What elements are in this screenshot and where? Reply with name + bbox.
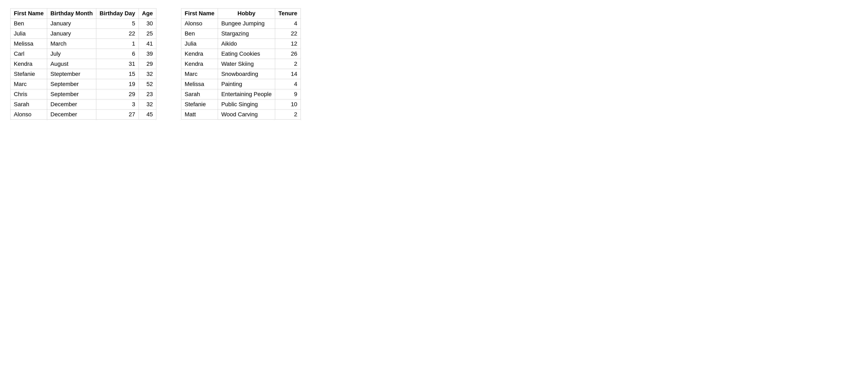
page-container: First Name Birthday Month Birthday Day A…: [10, 8, 858, 120]
col-birthday-month: Birthday Month: [47, 8, 96, 19]
col-first-name: First Name: [10, 8, 47, 19]
table-row: Alonso Bungee Jumping 4: [181, 19, 301, 29]
cell2-hobby: Eating Cookies: [218, 49, 275, 59]
cell2-first-name: Alonso: [181, 19, 218, 29]
table-row: Sarah December 3 32: [10, 99, 156, 110]
cell-birthday-month: January: [47, 29, 96, 39]
cell-first-name: Melissa: [10, 39, 47, 49]
col2-tenure: Tenure: [275, 8, 301, 19]
cell2-first-name: Kendra: [181, 59, 218, 69]
cell-birthday-month: March: [47, 39, 96, 49]
cell-age: 29: [138, 59, 156, 69]
table-row: Julia January 22 25: [10, 29, 156, 39]
cell2-first-name: Matt: [181, 110, 218, 120]
cell2-hobby: Entertaining People: [218, 89, 275, 99]
cell-birthday-month: September: [47, 89, 96, 99]
table-row: Sarah Entertaining People 9: [181, 89, 301, 99]
table-row: Stefanie Public Singing 10: [181, 99, 301, 110]
table-row: Kendra Water Skiing 2: [181, 59, 301, 69]
table-row: Carl July 6 39: [10, 49, 156, 59]
cell-birthday-day: 29: [96, 89, 139, 99]
cell2-hobby: Aikido: [218, 39, 275, 49]
cell-birthday-month: July: [47, 49, 96, 59]
cell-age: 25: [138, 29, 156, 39]
cell2-hobby: Water Skiing: [218, 59, 275, 69]
col-birthday-day: Birthday Day: [96, 8, 139, 19]
cell2-tenure: 2: [275, 59, 301, 69]
cell-birthday-month: December: [47, 110, 96, 120]
cell2-tenure: 4: [275, 19, 301, 29]
cell-age: 41: [138, 39, 156, 49]
cell2-hobby: Painting: [218, 79, 275, 89]
cell2-tenure: 2: [275, 110, 301, 120]
table-row: Marc Snowboarding 14: [181, 69, 301, 79]
cell2-first-name: Sarah: [181, 89, 218, 99]
cell2-hobby: Snowboarding: [218, 69, 275, 79]
table-row: Matt Wood Carving 2: [181, 110, 301, 120]
cell2-hobby: Stargazing: [218, 29, 275, 39]
cell-birthday-day: 5: [96, 19, 139, 29]
cell-age: 32: [138, 69, 156, 79]
cell-first-name: Marc: [10, 79, 47, 89]
cell2-hobby: Public Singing: [218, 99, 275, 110]
cell2-first-name: Julia: [181, 39, 218, 49]
cell-first-name: Alonso: [10, 110, 47, 120]
cell2-first-name: Melissa: [181, 79, 218, 89]
cell2-tenure: 10: [275, 99, 301, 110]
table-row: Julia Aikido 12: [181, 39, 301, 49]
cell-age: 39: [138, 49, 156, 59]
cell-birthday-month: December: [47, 99, 96, 110]
cell-first-name: Chris: [10, 89, 47, 99]
cell-first-name: Sarah: [10, 99, 47, 110]
cell-birthday-day: 22: [96, 29, 139, 39]
table-row: Stefanie Steptember 15 32: [10, 69, 156, 79]
table-row: Marc September 19 52: [10, 79, 156, 89]
col2-first-name: First Name: [181, 8, 218, 19]
cell2-first-name: Ben: [181, 29, 218, 39]
cell-age: 32: [138, 99, 156, 110]
table-row: Melissa Painting 4: [181, 79, 301, 89]
cell-birthday-day: 1: [96, 39, 139, 49]
col2-hobby: Hobby: [218, 8, 275, 19]
cell2-tenure: 22: [275, 29, 301, 39]
cell-birthday-month: January: [47, 19, 96, 29]
table-row: Kendra August 31 29: [10, 59, 156, 69]
cell2-tenure: 12: [275, 39, 301, 49]
hobby-table: First Name Hobby Tenure Alonso Bungee Ju…: [181, 8, 301, 120]
cell-first-name: Ben: [10, 19, 47, 29]
cell-age: 45: [138, 110, 156, 120]
table1-wrapper: First Name Birthday Month Birthday Day A…: [10, 8, 156, 120]
cell2-tenure: 4: [275, 79, 301, 89]
table-row: Ben Stargazing 22: [181, 29, 301, 39]
cell-birthday-month: August: [47, 59, 96, 69]
cell-first-name: Kendra: [10, 59, 47, 69]
cell2-hobby: Bungee Jumping: [218, 19, 275, 29]
cell-birthday-day: 27: [96, 110, 139, 120]
cell-birthday-day: 31: [96, 59, 139, 69]
cell-first-name: Carl: [10, 49, 47, 59]
cell2-tenure: 14: [275, 69, 301, 79]
cell2-first-name: Kendra: [181, 49, 218, 59]
table-row: Melissa March 1 41: [10, 39, 156, 49]
table-row: Alonso December 27 45: [10, 110, 156, 120]
cell2-tenure: 26: [275, 49, 301, 59]
table-row: Ben January 5 30: [10, 19, 156, 29]
table2-header-row: First Name Hobby Tenure: [181, 8, 301, 19]
cell-birthday-day: 6: [96, 49, 139, 59]
col-age: Age: [138, 8, 156, 19]
cell-birthday-day: 15: [96, 69, 139, 79]
cell-first-name: Julia: [10, 29, 47, 39]
table-row: Kendra Eating Cookies 26: [181, 49, 301, 59]
table-row: Chris September 29 23: [10, 89, 156, 99]
cell-first-name: Stefanie: [10, 69, 47, 79]
cell-age: 52: [138, 79, 156, 89]
cell-birthday-month: Steptember: [47, 69, 96, 79]
cell-birthday-month: September: [47, 79, 96, 89]
cell-birthday-day: 19: [96, 79, 139, 89]
table1-header-row: First Name Birthday Month Birthday Day A…: [10, 8, 156, 19]
table2-wrapper: First Name Hobby Tenure Alonso Bungee Ju…: [181, 8, 301, 120]
cell-age: 23: [138, 89, 156, 99]
cell2-hobby: Wood Carving: [218, 110, 275, 120]
cell2-tenure: 9: [275, 89, 301, 99]
cell2-first-name: Stefanie: [181, 99, 218, 110]
